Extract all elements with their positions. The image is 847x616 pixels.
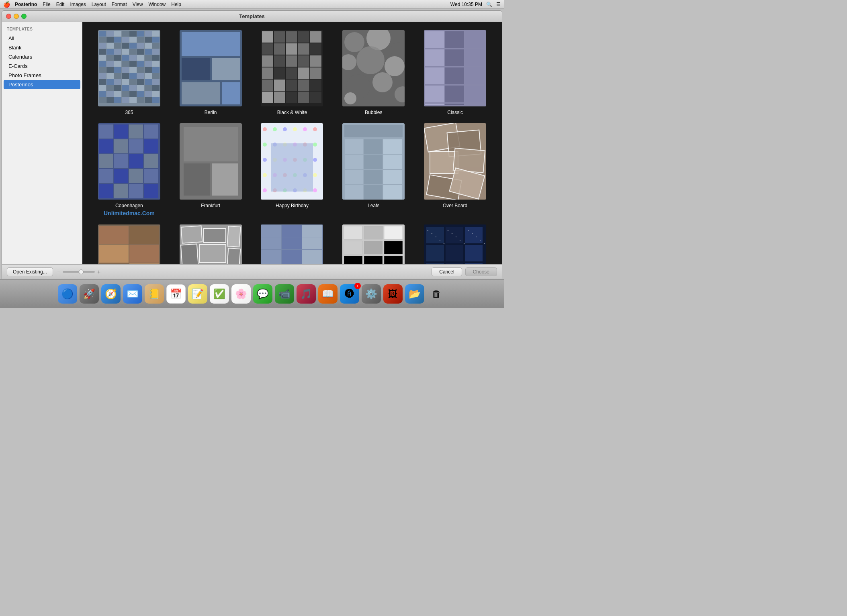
dock-icon-appstore[interactable]: 🅐1 (340, 284, 359, 304)
template-item-classic[interactable]: Classic (416, 30, 494, 115)
template-item-over-board[interactable]: Over Board (416, 123, 494, 216)
svg-rect-26 (114, 49, 121, 55)
dock-icon-calendar[interactable]: 📅 (166, 284, 186, 304)
svg-rect-229 (99, 226, 129, 244)
dock-icon-notes[interactable]: 📝 (188, 284, 207, 304)
svg-rect-84 (129, 91, 137, 97)
close-button[interactable] (6, 14, 11, 19)
template-item-frankfurt[interactable]: Frankfurt (172, 123, 250, 216)
svg-rect-95 (152, 97, 160, 103)
zoom-slider[interactable] (63, 271, 95, 273)
sidebar-item-all[interactable]: All (4, 34, 80, 43)
menu-app-name[interactable]: Posterino (15, 2, 37, 7)
menu-format[interactable]: Format (112, 2, 127, 7)
template-item-berlin[interactable]: Berlin (172, 30, 250, 115)
svg-point-291 (428, 230, 428, 231)
svg-rect-116 (262, 67, 273, 79)
maximize-button[interactable] (21, 14, 27, 19)
svg-rect-85 (137, 91, 144, 97)
templates-content[interactable]: 365BerlinBlack & WhiteBubblesClassicCope… (82, 22, 502, 264)
svg-rect-160 (99, 139, 113, 153)
sidebar-item-blank[interactable]: Blank (4, 43, 80, 52)
menu-edit[interactable]: Edit (56, 2, 65, 7)
svg-rect-7 (152, 31, 160, 37)
template-thumb-berlin (180, 30, 242, 106)
template-name-bubbles: Bubbles (365, 110, 382, 115)
template-item-copenhagen[interactable]: CopenhagenUnlimitedmac.Com (90, 123, 168, 216)
dock: 🔵🚀🧭✉️📒📅📝✅🌸💬📹🎵📖🅐1⚙️🖼📂🗑 (0, 279, 504, 308)
dock-icon-reminders[interactable]: ✅ (210, 284, 229, 304)
dock-icon-syspref[interactable]: ⚙️ (362, 284, 381, 304)
sidebar-item-ecards[interactable]: E-Cards (4, 61, 80, 71)
svg-rect-91 (122, 97, 129, 103)
sidebar-item-calendars[interactable]: Calendars (4, 52, 80, 61)
choose-button[interactable]: Choose (465, 267, 497, 276)
dock-icon-contacts[interactable]: 📒 (145, 284, 164, 304)
svg-rect-44 (129, 61, 137, 67)
menu-help[interactable]: Help (171, 2, 181, 7)
svg-rect-120 (310, 67, 321, 79)
svg-rect-1 (106, 31, 114, 37)
svg-point-181 (283, 127, 287, 131)
dock-icon-migrate[interactable]: 📂 (405, 284, 424, 304)
dock-icon-mail[interactable]: ✉️ (123, 284, 142, 304)
zoom-minus-button[interactable]: − (57, 269, 60, 275)
template-item-bw[interactable]: Black & White (254, 30, 331, 115)
dock-icon-facetime[interactable]: 📹 (275, 284, 294, 304)
menu-window[interactable]: Window (149, 2, 166, 7)
svg-rect-283 (446, 245, 463, 261)
svg-rect-32 (99, 55, 106, 61)
sidebar-item-photo-frames[interactable]: Photo Frames (4, 71, 80, 80)
template-thumb-pop (98, 224, 160, 264)
template-name-over-board: Over Board (443, 203, 467, 208)
minimize-button[interactable] (14, 14, 19, 19)
dock-icon-posterino[interactable]: 🖼 (383, 284, 403, 304)
svg-rect-233 (99, 263, 129, 264)
menu-images[interactable]: Images (70, 2, 86, 7)
svg-rect-222 (383, 185, 402, 200)
dock-icon-safari[interactable]: 🧭 (101, 284, 121, 304)
svg-rect-122 (274, 80, 285, 91)
svg-rect-154 (445, 104, 464, 105)
template-item-bubbles[interactable]: Bubbles (335, 30, 412, 115)
search-icon[interactable]: 🔍 (486, 2, 492, 7)
dock-icon-books[interactable]: 📖 (318, 284, 338, 304)
cancel-button[interactable]: Cancel (432, 267, 462, 276)
template-item-happy-birthday[interactable]: Happy Birthday (254, 123, 331, 216)
template-item-365[interactable]: 365 (90, 30, 168, 115)
templates-grid: 365BerlinBlack & WhiteBubblesClassicCope… (90, 30, 494, 264)
svg-rect-43 (122, 61, 129, 67)
svg-rect-219 (383, 170, 402, 184)
open-existing-button[interactable]: Open Existing... (7, 267, 53, 276)
templates-window: Templates TEMPLATES AllBlankCalendarsE-C… (2, 10, 502, 279)
svg-rect-112 (274, 55, 285, 67)
template-thumb-spaceless (261, 224, 323, 264)
svg-rect-221 (364, 185, 383, 200)
dock-icon-launchpad[interactable]: 🚀 (80, 284, 99, 304)
template-item-spaceless[interactable]: Spaceless (254, 224, 331, 264)
apple-menu[interactable]: 🍎 (3, 1, 10, 8)
dock-icon-finder[interactable]: 🔵 (58, 284, 77, 304)
template-name-classic: Classic (447, 110, 463, 115)
template-item-starry-night[interactable]: Starry Night (416, 224, 494, 264)
list-icon[interactable]: ☰ (496, 2, 501, 7)
menu-file[interactable]: File (43, 2, 50, 7)
dock-icon-photos[interactable]: 🌸 (231, 284, 251, 304)
svg-rect-48 (99, 67, 106, 73)
svg-rect-11 (122, 37, 129, 43)
template-item-square[interactable]: Square (335, 224, 412, 264)
svg-rect-67 (122, 79, 129, 85)
template-item-random[interactable]: Random (172, 224, 250, 264)
dock-icon-trash[interactable]: 🗑 (427, 284, 446, 304)
dock-icon-music[interactable]: 🎵 (297, 284, 316, 304)
svg-rect-246 (261, 225, 281, 237)
dock-icon-messages[interactable]: 💬 (253, 284, 272, 304)
zoom-plus-button[interactable]: + (97, 269, 100, 275)
svg-rect-121 (262, 80, 273, 91)
svg-rect-59 (122, 73, 129, 79)
template-item-pop[interactable]: Pop (90, 224, 168, 264)
sidebar-item-posterinos[interactable]: Posterinos (4, 80, 80, 89)
menu-layout[interactable]: Layout (92, 2, 106, 7)
template-item-leafs[interactable]: Leafs (335, 123, 412, 216)
menu-view[interactable]: View (133, 2, 143, 7)
